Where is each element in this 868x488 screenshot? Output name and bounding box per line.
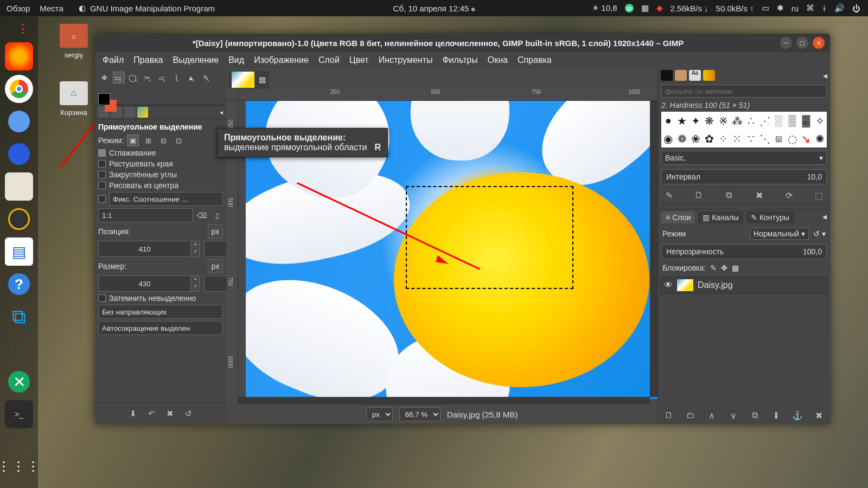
mode-replace[interactable]: ▣: [127, 134, 139, 146]
vscode-launcher[interactable]: ⧉: [5, 303, 33, 331]
layer-visibility-icon[interactable]: 👁: [664, 280, 673, 290]
cpu-tray-icon[interactable]: ▭: [762, 3, 769, 13]
edit-brush-icon[interactable]: ✎: [663, 190, 674, 201]
size-w-input[interactable]: [98, 275, 191, 292]
selection-marquee[interactable]: [406, 186, 573, 289]
window-minimize-button[interactable]: −: [780, 37, 792, 49]
network-icon[interactable]: ⌘: [806, 3, 814, 13]
virtualbox-launcher[interactable]: ⬚: [5, 335, 33, 363]
new-brush-icon[interactable]: 🗋: [693, 190, 704, 201]
lock-pixels-icon[interactable]: ✎: [710, 264, 717, 272]
fixed-combo[interactable]: [109, 192, 223, 206]
ratio-input[interactable]: [98, 208, 193, 222]
keyboard-layout[interactable]: ru: [792, 4, 799, 13]
zoom-combo[interactable]: 66,7 %: [399, 407, 441, 421]
menu-help[interactable]: Справка: [518, 55, 552, 65]
vertical-scrollbar[interactable]: [650, 101, 658, 397]
dock-separator[interactable]: ⋯⋯: [658, 204, 830, 209]
bucket-tool[interactable]: ▲▾: [186, 72, 198, 84]
transform-tool[interactable]: ▱▾: [157, 72, 169, 84]
layer-row[interactable]: 👁 Daisy.jpg: [660, 277, 828, 294]
mode-intersect[interactable]: ⊡: [173, 134, 184, 146]
refresh-brush-icon[interactable]: ⟳: [784, 190, 795, 201]
image-tab-close-icon[interactable]: ⊠: [259, 75, 266, 85]
rhythmbox-launcher[interactable]: [5, 205, 33, 233]
new-group-icon[interactable]: 🗀: [685, 410, 696, 421]
home-desktop-icon[interactable]: ⌂ sergiy: [52, 24, 95, 59]
antialias-checkbox[interactable]: [98, 149, 106, 157]
image-tab[interactable]: ⊠: [228, 70, 269, 89]
places-menu[interactable]: Места: [40, 4, 63, 13]
rounded-checkbox[interactable]: [98, 171, 106, 178]
clock[interactable]: Сб, 10 апреля 12:45: [393, 4, 475, 13]
firefox-launcher[interactable]: [5, 42, 33, 70]
size-w-spinner[interactable]: ▴▾: [191, 275, 200, 292]
anchor-layer-icon[interactable]: ⚓: [792, 410, 803, 421]
writer-launcher[interactable]: ▤: [5, 237, 33, 266]
layer-tab-menu[interactable]: ◂: [822, 211, 827, 223]
rect-select-tool[interactable]: ▭▾: [113, 72, 125, 84]
tab-brushes[interactable]: [661, 70, 673, 81]
menu-select[interactable]: Выделение: [173, 55, 219, 65]
horizontal-scrollbar[interactable]: [238, 397, 650, 404]
volume-icon[interactable]: 🔊: [834, 3, 845, 13]
save-preset-icon[interactable]: ⬇: [127, 408, 139, 420]
size-unit[interactable]: px: [208, 259, 223, 273]
window-maximize-button[interactable]: □: [796, 37, 808, 49]
anydesk-launcher[interactable]: ✕: [5, 368, 33, 396]
free-select-tool[interactable]: ◯▾: [127, 72, 139, 84]
guides-combo[interactable]: [98, 305, 223, 319]
tab-gradients[interactable]: [703, 70, 715, 81]
open-as-image-icon[interactable]: ⬚: [814, 190, 825, 201]
raise-layer-icon[interactable]: ∧: [706, 410, 717, 421]
activities-button[interactable]: Обзор: [7, 4, 30, 13]
fixed-checkbox[interactable]: [98, 195, 106, 203]
lock-position-icon[interactable]: ✥: [721, 264, 727, 272]
merge-down-icon[interactable]: ⬇: [771, 410, 782, 421]
tab-channels[interactable]: ▥ Каналы: [698, 211, 743, 223]
size-h-input[interactable]: [204, 275, 226, 292]
opacity-slider[interactable]: Непрозрачность100,0: [661, 244, 827, 259]
pos-x-input[interactable]: [98, 241, 191, 257]
darken-checkbox[interactable]: [98, 294, 106, 302]
tray-icon[interactable]: ▦: [641, 3, 649, 13]
crop-tool[interactable]: ✂▾: [142, 72, 154, 84]
delete-layer-icon[interactable]: ✖: [814, 410, 825, 421]
tab-patterns[interactable]: [675, 70, 687, 81]
mode-switch-icon[interactable]: ↺ ▾: [813, 229, 826, 238]
move-tool[interactable]: ✥: [98, 72, 110, 84]
menu-edit[interactable]: Правка: [133, 55, 163, 65]
menu-image[interactable]: Изображение: [254, 55, 309, 65]
spacing-slider[interactable]: Интервал10,0: [661, 169, 827, 184]
help-launcher[interactable]: ?: [5, 270, 33, 298]
delete-brush-icon[interactable]: ✖: [754, 190, 764, 201]
menu-file[interactable]: Файл: [103, 55, 124, 65]
mode-subtract[interactable]: ⊟: [157, 134, 169, 146]
blend-mode-combo[interactable]: Нормальный ▾: [750, 228, 809, 240]
menu-view[interactable]: Вид: [228, 55, 244, 65]
cube-tray-icon[interactable]: ◆: [656, 3, 663, 13]
mode-add[interactable]: ⊞: [142, 134, 154, 146]
thunderbird-launcher[interactable]: [5, 140, 33, 168]
tab-fonts[interactable]: Aa: [689, 70, 701, 81]
layer-name[interactable]: Daisy.jpg: [698, 280, 733, 290]
chromium-launcher[interactable]: [5, 107, 33, 136]
new-layer-icon[interactable]: 🗋: [663, 410, 674, 421]
lower-layer-icon[interactable]: ∨: [728, 410, 739, 421]
duplicate-brush-icon[interactable]: ⧉: [724, 190, 735, 201]
brush-preset-combo[interactable]: Basic,▾: [661, 151, 827, 165]
pos-x-spinner[interactable]: ▴▾: [191, 241, 200, 257]
delete-preset-icon[interactable]: ✖: [164, 408, 176, 420]
autoshrink-button[interactable]: [98, 321, 223, 335]
reset-preset-icon[interactable]: ↺: [182, 408, 194, 420]
qbittorrent-tray-icon[interactable]: qb: [625, 4, 634, 12]
brush-tab-menu[interactable]: ◂: [823, 70, 827, 81]
restore-preset-icon[interactable]: ↶: [145, 408, 157, 420]
active-app-indicator[interactable]: ◐ GNU Image Manipulation Program: [79, 3, 215, 13]
menu-windows[interactable]: Окна: [488, 55, 508, 65]
horizontal-ruler[interactable]: 250 500 750 1000: [226, 89, 658, 101]
ratio-clear-icon[interactable]: ⌫: [196, 209, 208, 221]
menu-layer[interactable]: Слой: [318, 55, 340, 65]
window-titlebar[interactable]: *[Daisy] (импортировано)-1.0 (Цвета RGB …: [95, 34, 830, 52]
duplicate-layer-icon[interactable]: ⧉: [749, 410, 760, 421]
